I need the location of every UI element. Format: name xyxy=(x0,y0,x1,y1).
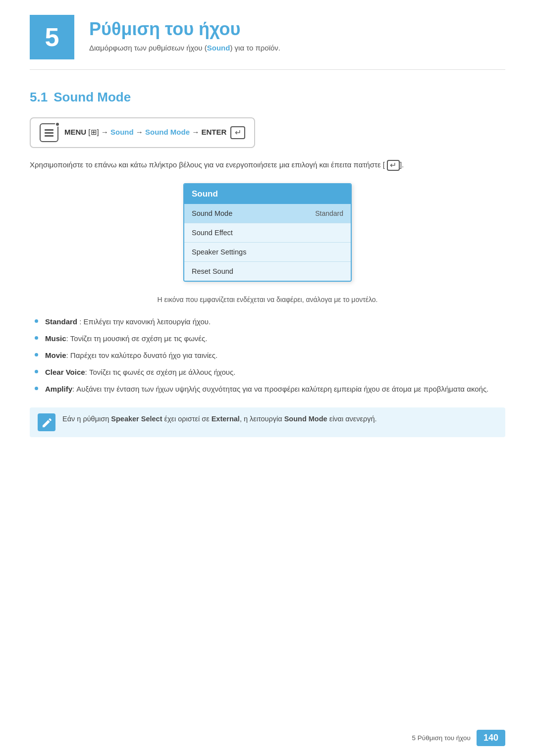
menu-bracket-icon: ⊞ xyxy=(91,128,97,136)
sound-menu-item-value: Standard xyxy=(315,209,343,217)
list-item: Music: Τονίζει τη μουσική σε σχέση με τι… xyxy=(30,333,505,345)
menu-path-box: MENU [⊞] → Sound → Sound Mode → ENTER ↵ xyxy=(30,117,255,148)
bullet-dot xyxy=(35,387,38,390)
chapter-number-box: 5 xyxy=(30,15,74,59)
menu-icon-bar-2 xyxy=(45,132,54,134)
sound-menu-item-speaker-settings[interactable]: Speaker Settings xyxy=(184,243,351,262)
bullet-list: Standard : Επιλέγει την κανονική λειτουρ… xyxy=(30,316,505,395)
sound-menu-item-reset-sound[interactable]: Reset Sound xyxy=(184,262,351,281)
list-item: Standard : Επιλέγει την κανονική λειτουρ… xyxy=(30,316,505,328)
menu-icon-bar-1 xyxy=(45,129,54,131)
menu-icon-dot xyxy=(55,122,60,127)
sound-menu-container: Sound Sound Mode Standard Sound Effect S… xyxy=(30,183,505,282)
page-number-box: 140 xyxy=(477,730,505,746)
menu-path-text: MENU [⊞] → Sound → Sound Mode → ENTER ↵ xyxy=(64,126,245,139)
footer-text: 5 Ρύθμιση του ήχου xyxy=(412,734,471,742)
chapter-title: Ρύθμιση του ήχου xyxy=(89,19,280,40)
bullet-dot xyxy=(35,353,38,356)
menu-icon-inner xyxy=(45,129,54,137)
sound-menu-item-label: Reset Sound xyxy=(192,267,233,275)
chapter-number: 5 xyxy=(45,22,59,52)
enter-icon: ↵ xyxy=(230,126,245,139)
chapter-title-block: Ρύθμιση του ήχου Διαμόρφωση των ρυθμίσεω… xyxy=(89,15,280,52)
sound-menu-item-label: Speaker Settings xyxy=(192,248,246,256)
enter-icon-inline: ↵ xyxy=(387,160,400,171)
menu-icon-bar-3 xyxy=(45,135,54,137)
sound-menu-item-label: Sound Effect xyxy=(192,229,233,237)
description-text: Χρησιμοποιήστε το επάνω και κάτω πλήκτρο… xyxy=(30,159,505,171)
list-item: Clear Voice: Τονίζει τις φωνές σε σχέση … xyxy=(30,366,505,378)
sound-menu: Sound Sound Mode Standard Sound Effect S… xyxy=(183,183,352,282)
bullet-dot xyxy=(35,370,38,373)
sound-menu-item-label: Sound Mode xyxy=(192,209,232,217)
note-icon xyxy=(38,413,55,431)
sound-menu-header: Sound xyxy=(184,184,351,204)
note-box: Εάν η ρύθμιση Speaker Select έχει οριστε… xyxy=(30,407,505,437)
main-content: 5.1Sound Mode MENU [⊞] → Sound → Sound M… xyxy=(0,70,535,467)
page-footer: 5 Ρύθμιση του ήχου 140 xyxy=(412,730,505,746)
bullet-dot xyxy=(35,336,38,340)
section-title: 5.1Sound Mode xyxy=(30,85,505,105)
note-pencil-icon xyxy=(41,417,52,428)
sound-menu-item-sound-mode[interactable]: Sound Mode Standard xyxy=(184,204,351,223)
chapter-header: 5 Ρύθμιση του ήχου Διαμόρφωση των ρυθμίσ… xyxy=(0,0,535,69)
note-text: Εάν η ρύθμιση Speaker Select έχει οριστε… xyxy=(62,413,377,425)
list-item: Movie: Παρέχει τον καλύτερο δυνατό ήχο γ… xyxy=(30,350,505,361)
bullet-dot xyxy=(35,319,38,323)
chapter-subtitle: Διαμόρφωση των ρυθμίσεων ήχου (Sound) γι… xyxy=(89,44,280,52)
sound-menu-item-sound-effect[interactable]: Sound Effect xyxy=(184,223,351,243)
list-item: Amplify: Αυξάνει την ένταση των ήχων υψη… xyxy=(30,383,505,395)
image-caption: Η εικόνα που εμφανίζεται ενδέχεται να δι… xyxy=(30,296,505,303)
menu-icon xyxy=(40,123,58,142)
